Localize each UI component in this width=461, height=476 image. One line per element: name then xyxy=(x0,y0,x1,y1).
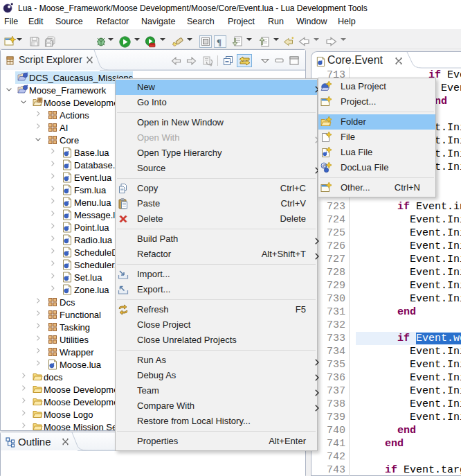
svg-text:¶: ¶ xyxy=(217,37,222,47)
